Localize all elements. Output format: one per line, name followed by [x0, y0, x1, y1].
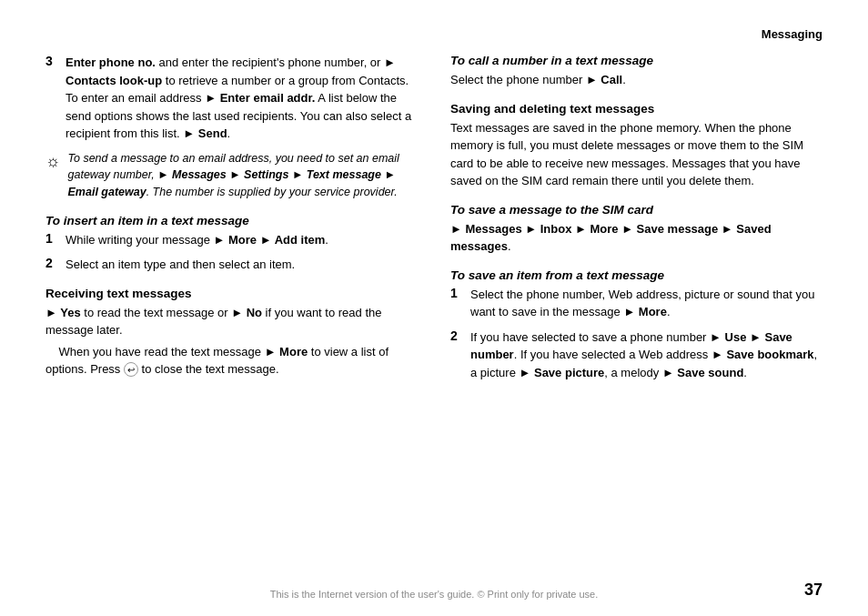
tip-block: ☼ To send a message to an email address,… — [45, 150, 418, 201]
insert-step-2-text: Select an item type and then select an i… — [66, 256, 295, 274]
more-add-label: ► More ► Add item — [214, 233, 326, 247]
save-step-1-number: 1 — [450, 286, 463, 321]
saving-text: Text messages are saved in the phone mem… — [450, 119, 823, 190]
tip-icon: ☼ — [45, 152, 61, 201]
main-content: 3 Enter phone no. and enter the recipien… — [45, 54, 823, 394]
save-more-label: ► More — [623, 305, 667, 318]
saving-section: Saving and deleting text messages Text m… — [450, 102, 823, 190]
saving-heading: Saving and deleting text messages — [450, 102, 823, 116]
receiving-text: ► Yes to read the text message or ► No i… — [45, 304, 418, 339]
sim-heading: To save a message to the SIM card — [450, 203, 823, 217]
call-heading: To call a number in a text message — [450, 54, 823, 67]
left-column: 3 Enter phone no. and enter the recipien… — [45, 54, 418, 394]
insert-step-2-number: 2 — [45, 256, 58, 274]
insert-step-1-number: 1 — [45, 231, 58, 249]
sim-text: ► Messages ► Inbox ► More ► Save message… — [450, 220, 823, 256]
call-text: Select the phone number ► Call. — [450, 71, 823, 89]
step-3: 3 Enter phone no. and enter the recipien… — [45, 54, 418, 143]
insert-step-1-text: While writing your message ► More ► Add … — [66, 231, 328, 249]
no-label: ► No — [231, 306, 262, 319]
save-item-heading: To save an item from a text message — [450, 268, 823, 282]
insert-step-2: 2 Select an item type and then select an… — [45, 256, 418, 274]
save-bookmark-label: ► Save bookmark — [712, 348, 814, 361]
save-step-2-text: If you have selected to save a phone num… — [470, 328, 823, 382]
enter-email-label: ► Enter email addr. — [205, 91, 315, 105]
tip-note: The number is supplied by your service p… — [153, 186, 398, 198]
page: Messaging 3 Enter phone no. and enter th… — [0, 0, 868, 616]
sim-section: To save a message to the SIM card ► Mess… — [450, 203, 823, 256]
insert-section: To insert an item in a text message 1 Wh… — [45, 214, 418, 274]
sim-nav-label: ► Messages ► Inbox ► More ► Save message… — [450, 222, 772, 254]
tip-content: To send a message to an email address, y… — [68, 152, 399, 199]
call-label: ► Call — [586, 73, 622, 86]
save-sound-label: ► Save sound — [662, 366, 743, 379]
header-title: Messaging — [762, 27, 823, 41]
save-step-2: 2 If you have selected to save a phone n… — [450, 328, 823, 382]
back-button-icon: ↩ — [124, 362, 138, 377]
receiving-section: Receiving text messages ► Yes to read th… — [45, 287, 418, 379]
page-number: 37 — [804, 581, 823, 600]
receiving-para2: When you have read the text message ► Mo… — [45, 343, 418, 379]
save-step-2-number: 2 — [450, 328, 463, 382]
save-item-section: To save an item from a text message 1 Se… — [450, 268, 823, 382]
send-label: ► Send — [183, 126, 227, 140]
right-column: To call a number in a text message Selec… — [450, 54, 823, 394]
save-step-1-text: Select the phone number, Web address, pi… — [470, 286, 823, 321]
footer-text: This is the Internet version of the user… — [0, 589, 868, 600]
step-3-number: 3 — [45, 54, 58, 143]
step-3-text: Enter phone no. and enter the recipient'… — [66, 54, 418, 143]
receiving-heading: Receiving text messages — [45, 287, 418, 300]
insert-step-1: 1 While writing your message ► More ► Ad… — [45, 231, 418, 249]
more-label: ► More — [265, 345, 308, 358]
save-step-1: 1 Select the phone number, Web address, … — [450, 286, 823, 321]
call-section: To call a number in a text message Selec… — [450, 54, 823, 89]
save-picture-label: ► Save picture — [519, 366, 604, 379]
yes-label: ► Yes — [45, 306, 81, 319]
page-header: Messaging — [45, 27, 823, 41]
tip-text: To send a message to an email address, y… — [68, 150, 419, 201]
enter-phone-label: Enter phone no. — [66, 56, 156, 69]
insert-heading: To insert an item in a text message — [45, 214, 418, 227]
